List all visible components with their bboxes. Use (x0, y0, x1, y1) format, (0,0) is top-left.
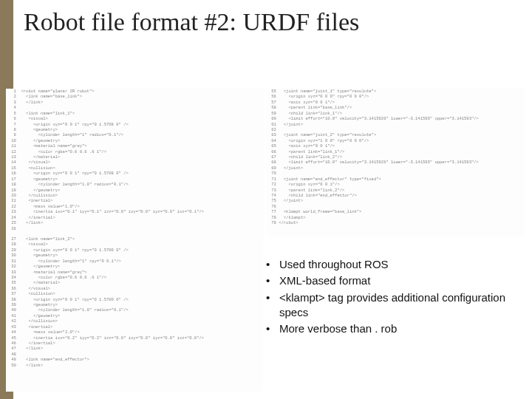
bullet-list: Used throughout ROS XML-based format <kl… (266, 257, 510, 336)
code-panel-left-top: 1 <robot name="planar 2R robot"> 2 <link… (6, 89, 265, 236)
slide-title: Robot file format #2: URDF files (24, 7, 359, 37)
code-panel-right: 55 <joint name="joint_1" type="revolute"… (266, 89, 525, 236)
list-item: <klampt> tag provides additional configu… (266, 290, 510, 321)
code-panels: 1 <robot name="planar 2R robot"> 2 <link… (6, 89, 525, 236)
list-item: XML-based format (266, 273, 510, 288)
bullet-list-container: Used throughout ROS XML-based format <kl… (266, 257, 510, 338)
list-item: Used throughout ROS (266, 257, 510, 272)
code-panel-left-bottom: 27 <link name="link_2"> 28 <visual> 29 <… (6, 236, 263, 392)
list-item: More verbose than . rob (266, 321, 510, 336)
